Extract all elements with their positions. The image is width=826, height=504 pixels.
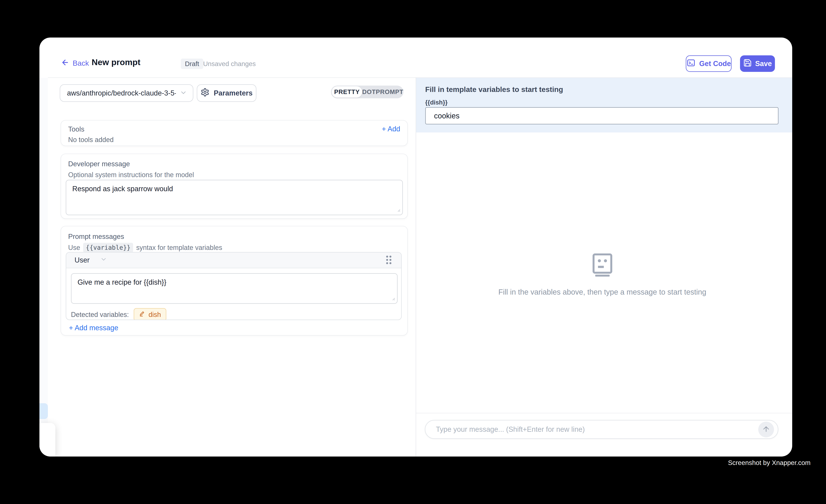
developer-message-input[interactable]: Respond as jack sparrow would	[66, 180, 403, 215]
save-button[interactable]: Save	[740, 55, 775, 72]
model-select-value: aws/anthropic/bedrock-claude-3-5-s...	[67, 89, 176, 97]
hint-prefix: Use	[68, 244, 80, 252]
chevron-down-icon	[180, 89, 187, 97]
save-label: Save	[755, 60, 772, 68]
test-empty-state: Fill in the variables above, then type a…	[416, 253, 788, 296]
unsaved-changes-text: Unsaved changes	[203, 60, 256, 68]
drag-handle-icon[interactable]	[384, 254, 394, 266]
toggle-pretty[interactable]: PRETTY	[332, 86, 362, 98]
variable-badge-dish[interactable]: dish	[134, 308, 166, 320]
arrow-up-icon	[762, 425, 770, 434]
role-select[interactable]: User	[74, 256, 107, 265]
chat-divider	[416, 413, 792, 414]
left-rail	[40, 78, 48, 456]
tools-card: Tools + Add No tools added	[61, 120, 408, 146]
tools-empty-text: No tools added	[68, 136, 114, 144]
status-badge: Draft	[181, 59, 203, 69]
add-message-button[interactable]: + Add message	[69, 324, 118, 332]
add-tool-button[interactable]: + Add	[382, 125, 400, 133]
chat-input-bar	[425, 420, 778, 439]
model-select[interactable]: aws/anthropic/bedrock-claude-3-5-s...	[60, 84, 193, 102]
chat-message-input[interactable]	[436, 425, 758, 433]
developer-message-subtitle: Optional system instructions for the mod…	[68, 171, 194, 179]
back-label: Back	[73, 59, 89, 67]
view-mode-toggle: PRETTY DOTPROMPT	[331, 85, 403, 98]
gear-icon	[200, 88, 210, 99]
send-button[interactable]	[758, 422, 774, 437]
detected-variables-row: Detected variables: dish	[71, 308, 166, 320]
variable-badge-label: dish	[149, 311, 161, 319]
test-empty-text: Fill in the variables above, then type a…	[416, 288, 788, 296]
robot-face-icon	[591, 253, 614, 277]
hint-suffix: syntax for template variables	[136, 244, 222, 252]
role-select-value: User	[74, 256, 90, 264]
variables-panel: Fill in template variables to start test…	[416, 78, 792, 132]
variable-syntax-chip: {{variable}}	[83, 243, 133, 252]
user-message-input[interactable]: Give me a recipe for {{dish}}	[71, 273, 398, 304]
terminal-icon	[687, 58, 696, 69]
parameters-label: Parameters	[214, 89, 252, 97]
detected-variables-label: Detected variables:	[71, 311, 129, 319]
get-code-button[interactable]: Get Code	[686, 55, 731, 72]
parameters-button[interactable]: Parameters	[197, 84, 256, 102]
detached-corner-panel	[40, 423, 55, 456]
variables-panel-title: Fill in template variables to start test…	[425, 85, 563, 93]
left-rail-active-item[interactable]	[40, 403, 48, 419]
get-code-label: Get Code	[699, 60, 731, 68]
save-icon	[743, 59, 752, 69]
template-variables-hint: Use {{variable}} syntax for template var…	[68, 243, 222, 252]
tools-title: Tools	[68, 125, 84, 133]
message-role-header: User	[66, 253, 401, 268]
variable-value-input[interactable]	[425, 107, 778, 124]
page-title: New prompt	[92, 57, 140, 67]
back-button[interactable]: Back	[61, 58, 89, 69]
arrow-left-icon	[61, 58, 69, 68]
pencil-icon	[139, 311, 145, 319]
developer-message-card: Developer message Optional system instru…	[61, 154, 408, 219]
chevron-down-icon	[100, 256, 107, 265]
prompt-messages-card: Prompt messages Use {{variable}} syntax …	[61, 226, 408, 335]
variable-field-label: {{dish}}	[425, 99, 448, 106]
prompt-message-block: User Give me a recipe for {{dish}} Detec…	[66, 252, 402, 320]
toggle-dotprompt[interactable]: DOTPROMPT	[362, 88, 403, 96]
prompt-messages-title: Prompt messages	[68, 233, 124, 241]
prompt-editor-window: Back New prompt Draft Unsaved changes Ge…	[40, 38, 792, 456]
attribution-text: Screenshot by Xnapper.com	[728, 459, 811, 466]
developer-message-title: Developer message	[68, 160, 130, 168]
